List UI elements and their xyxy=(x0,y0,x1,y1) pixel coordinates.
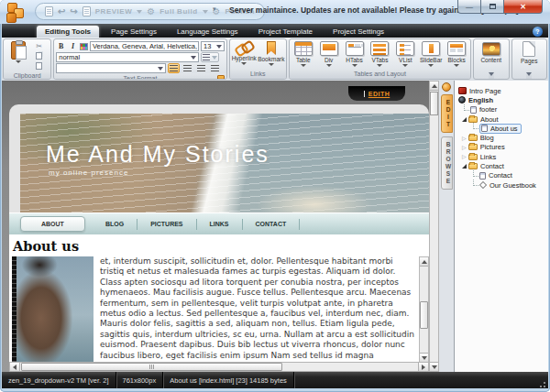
tree-item-contact-page[interactable]: Contact xyxy=(458,171,548,180)
htabs-button[interactable]: HTabs xyxy=(343,41,367,67)
font-family-select[interactable]: Verdana, Geneva, Arial, Helvetica, sa xyxy=(90,41,199,51)
align-center-button[interactable] xyxy=(182,63,193,73)
scroll-up-icon[interactable] xyxy=(430,82,438,91)
tab-browse[interactable]: BROWSE xyxy=(441,136,453,190)
table-button[interactable]: Table xyxy=(292,41,315,67)
resize-grip-icon[interactable] xyxy=(537,379,546,388)
cut-button[interactable]: ✂ xyxy=(33,41,45,50)
qat-overflow-icon[interactable]: ▾ xyxy=(213,7,221,16)
tab-project-template[interactable]: Project Template xyxy=(250,26,321,38)
forward-icon[interactable]: ↪ xyxy=(70,7,77,16)
chevron-down-icon[interactable] xyxy=(16,60,21,63)
chevron-down-icon[interactable] xyxy=(203,10,208,14)
italic-button[interactable]: I xyxy=(68,42,78,51)
body-text-block[interactable]: et, interdum suscipit, sollicitudin et, … xyxy=(100,256,429,362)
canvas-vertical-scrollbar[interactable] xyxy=(429,81,439,372)
close-button[interactable]: ✕ xyxy=(504,0,543,14)
design-canvas[interactable]: EDITH Me And My Stories my online presen… xyxy=(2,81,429,372)
tab-editing-tools[interactable]: Editing Tools xyxy=(37,26,99,38)
new-page-icon[interactable] xyxy=(82,6,91,16)
chevron-down-icon[interactable] xyxy=(526,72,532,76)
scrollbar-thumb[interactable] xyxy=(430,92,438,115)
tab-edit[interactable]: EDIT xyxy=(441,94,453,133)
nav-links[interactable]: LINKS xyxy=(197,221,242,227)
collapsed-marker-icon[interactable]: ▷ xyxy=(462,145,467,150)
collapsed-marker-icon[interactable]: ▷ xyxy=(462,136,467,141)
tree-item-blog[interactable]: ▷ Blog xyxy=(458,133,548,142)
chevron-down-icon[interactable] xyxy=(269,63,274,66)
tree-item-about-us[interactable]: About us xyxy=(458,124,548,133)
chevron-down-icon[interactable] xyxy=(137,10,142,14)
align-right-button[interactable] xyxy=(195,63,207,73)
selected-tree-item[interactable]: About us xyxy=(479,124,522,134)
pages-button[interactable]: Pages xyxy=(516,41,542,64)
expanded-marker-icon[interactable] xyxy=(462,164,467,169)
tree-item-pictures[interactable]: ▷ Pictures xyxy=(458,143,548,152)
chevron-down-icon[interactable] xyxy=(377,64,382,67)
preview-button[interactable]: PREVIEW xyxy=(95,7,132,16)
chevron-down-icon[interactable] xyxy=(428,64,434,67)
chevron-down-icon[interactable] xyxy=(352,64,358,67)
chevron-down-icon[interactable] xyxy=(402,64,408,67)
help-icon[interactable]: ? xyxy=(533,27,543,37)
blocks-button[interactable]: Blocks xyxy=(445,41,468,67)
hyperlink-button[interactable]: Hyperlink xyxy=(232,41,257,66)
full-build-button[interactable]: Full Build xyxy=(160,7,197,16)
nav-about[interactable]: ABOUT xyxy=(20,216,85,232)
div-button[interactable]: Div xyxy=(317,41,341,67)
tree-item-footer[interactable]: footer xyxy=(458,105,548,114)
app-logo-icon[interactable] xyxy=(6,2,29,24)
tree-item-contact-folder[interactable]: Contact xyxy=(458,161,548,170)
chevron-down-icon[interactable] xyxy=(241,62,247,65)
canvas-horizontal-scrollbar[interactable] xyxy=(9,362,429,372)
expanded-marker-icon[interactable] xyxy=(462,117,467,122)
portrait-image[interactable] xyxy=(12,256,94,362)
tab-page-settings[interactable]: Page Settings xyxy=(103,26,165,38)
scroll-up-icon[interactable] xyxy=(420,257,428,267)
tree-item-our-guestbook[interactable]: Our Guestbook xyxy=(458,180,548,190)
tree-item-english[interactable]: English xyxy=(458,95,548,104)
slidebar-button[interactable]: SlideBar xyxy=(419,41,443,67)
list-button[interactable] xyxy=(201,52,219,62)
copy-button[interactable] xyxy=(33,51,45,60)
tab-language-settings[interactable]: Language Settings xyxy=(169,26,247,38)
chevron-down-icon[interactable] xyxy=(301,64,306,67)
tree-item-links[interactable]: ▷ Links xyxy=(458,152,548,161)
edit-overlay-label[interactable]: EDITH xyxy=(368,91,390,97)
font-size-select[interactable]: 13 xyxy=(201,41,225,51)
nav-pictures[interactable]: PICTURES xyxy=(138,221,195,227)
paragraph-style-select[interactable]: normal xyxy=(56,52,199,62)
website-page[interactable]: Me And My Stories my online presence ABO… xyxy=(9,104,429,362)
align-justify-button[interactable] xyxy=(209,63,221,73)
font-color-icon[interactable] xyxy=(80,43,88,50)
back-icon[interactable]: ↩ xyxy=(58,7,65,16)
nav-blog[interactable]: BLOG xyxy=(93,221,137,227)
align-left-button[interactable] xyxy=(168,63,180,73)
text-vertical-scrollbar[interactable] xyxy=(419,256,429,362)
scroll-down-icon[interactable] xyxy=(420,353,428,362)
bold-button[interactable]: B xyxy=(56,42,66,51)
scroll-right-icon[interactable] xyxy=(418,363,428,371)
vtabs-button[interactable]: VTabs xyxy=(368,41,391,67)
edit-page-icon[interactable] xyxy=(45,6,53,16)
nav-contact[interactable]: CONTACT xyxy=(243,221,300,227)
header-image[interactable]: Me And My Stories my online presence xyxy=(20,114,429,212)
scroll-left-icon[interactable] xyxy=(10,363,20,371)
tab-project-settings[interactable]: Project Settings xyxy=(324,26,392,38)
vlist-button[interactable]: VList xyxy=(393,41,417,67)
tree-item-intro-page[interactable]: Intro Page xyxy=(458,86,548,95)
chevron-down-icon[interactable] xyxy=(326,64,332,67)
minimize-button[interactable]: — xyxy=(457,0,481,14)
bookmark-button[interactable]: Bookmark xyxy=(258,41,284,66)
paste-special-button[interactable] xyxy=(33,61,45,71)
paste-button[interactable] xyxy=(6,41,31,71)
maximize-button[interactable] xyxy=(481,0,504,14)
chevron-down-icon[interactable] xyxy=(489,72,494,76)
scrollbar-thumb[interactable] xyxy=(420,301,428,329)
panel-gear-icon[interactable] xyxy=(442,82,451,92)
chevron-down-icon[interactable] xyxy=(454,64,459,67)
tree-item-about[interactable]: About xyxy=(458,114,548,124)
collapsed-marker-icon[interactable]: ▷ xyxy=(462,154,467,159)
edit-overlay-tab[interactable]: EDITH xyxy=(348,86,405,101)
scroll-down-icon[interactable] xyxy=(430,362,438,371)
